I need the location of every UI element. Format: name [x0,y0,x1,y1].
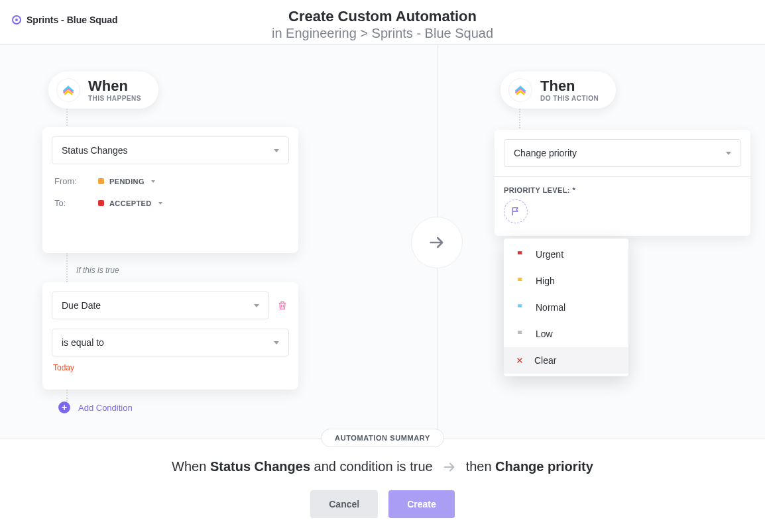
priority-option-normal[interactable]: Normal [504,294,628,321]
then-header-pill: Then DO THIS ACTION [500,72,616,109]
connector-dots [519,109,520,131]
page-title: Create Custom Automation [13,8,752,25]
flow-arrow-circle [411,217,463,268]
arrow-right-icon [428,233,446,252]
arrow-right-icon [442,460,457,474]
clickup-logo-icon [508,78,532,102]
to-status-text: ACCEPTED [109,199,152,207]
chevron-down-icon [151,180,155,183]
status-color-swatch [98,178,104,184]
from-label: From: [54,176,84,186]
from-status-chip[interactable]: PENDING [98,178,155,186]
when-header-pill: When THIS HAPPENS [48,72,158,109]
to-status-chip[interactable]: ACCEPTED [98,199,162,207]
priority-option-low[interactable]: Low [504,321,628,347]
footer: AUTOMATION SUMMARY When Status Changes a… [0,439,765,532]
from-status-text: PENDING [109,178,145,186]
priority-option-clear[interactable]: Clear [504,347,628,374]
priority-option-label: Urgent [536,249,563,260]
flag-icon [510,206,521,217]
chevron-down-icon [274,149,279,152]
condition-operator-select[interactable]: is equal to [52,329,289,356]
condition-field-value: Due Date [62,300,101,311]
location-text: Sprints - Blue Squad [27,15,118,25]
trigger-select-value: Status Changes [62,145,128,156]
plus-circle-icon: + [58,401,70,413]
priority-clear-label: Clear [534,355,556,366]
clickup-logo-svg [62,83,75,97]
chevron-down-icon [254,304,259,307]
trigger-select[interactable]: Status Changes [52,136,289,164]
action-select-value: Change priority [514,148,577,158]
priority-option-urgent[interactable]: Urgent [504,241,628,268]
flag-icon [516,329,525,339]
header-bar: Sprints - Blue Squad Create Custom Autom… [0,0,765,45]
close-icon [516,356,524,364]
location-breadcrumb[interactable]: Sprints - Blue Squad [12,15,118,25]
location-target-icon [12,15,21,25]
trigger-card: Status Changes From: PENDING To: ACCEPTE… [42,127,298,253]
connector-dots [66,253,68,282]
clickup-logo-svg [514,83,527,97]
priority-option-label: Low [536,329,553,339]
add-condition-button[interactable]: + Add Condition [58,401,133,413]
page-subtitle: in Engineering > Sprints - Blue Squad [13,25,752,41]
priority-picker-button[interactable] [504,199,528,223]
automation-canvas: When THIS HAPPENS Status Changes From: P… [0,45,765,439]
condition-card: Due Date is equal to Today [42,282,298,390]
add-condition-label: Add Condition [78,403,133,413]
flag-icon [516,303,525,312]
cancel-button[interactable]: Cancel [310,490,378,518]
trash-icon [277,300,288,311]
flag-icon [516,276,525,286]
then-title: Then [540,79,599,93]
status-color-swatch [98,200,104,206]
condition-intro-label: If this is true [76,266,119,275]
chevron-down-icon [726,152,731,155]
then-subtitle: DO THIS ACTION [540,95,599,102]
when-subtitle: THIS HAPPENS [88,95,141,102]
action-select[interactable]: Change priority [504,139,741,167]
chevron-down-icon [274,341,279,345]
chevron-down-icon [158,202,162,205]
priority-option-label: Normal [536,302,565,313]
connector-dots [66,109,68,129]
create-button[interactable]: Create [388,490,455,518]
condition-field-select[interactable]: Due Date [52,292,269,319]
delete-condition-button[interactable] [276,299,289,312]
clickup-logo-icon [56,78,80,102]
priority-option-label: High [536,276,555,286]
condition-operator-value: is equal to [62,337,104,348]
action-card: Change priority PRIORITY LEVEL: * [495,130,750,236]
priority-level-label: PRIORITY LEVEL: * [504,186,741,194]
flag-icon [516,250,525,259]
condition-value-link[interactable]: Today [52,363,74,372]
when-title: When [88,79,141,93]
automation-summary-badge: AUTOMATION SUMMARY [321,429,444,447]
priority-option-high[interactable]: High [504,268,628,294]
priority-dropdown-menu: Urgent High Normal Low Clear [504,239,628,376]
to-label: To: [54,198,84,208]
divider [495,176,750,177]
